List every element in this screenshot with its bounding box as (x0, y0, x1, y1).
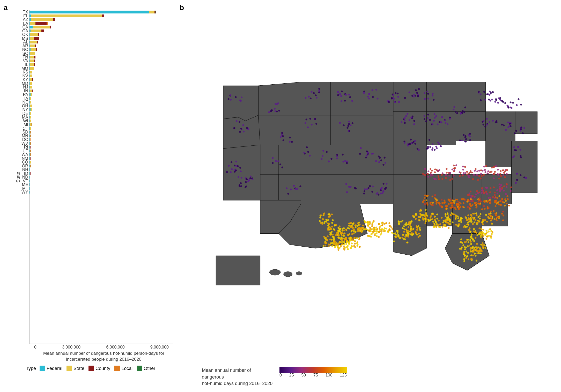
svg-point-515 (493, 177, 495, 179)
svg-point-445 (446, 172, 448, 174)
svg-point-418 (432, 174, 433, 176)
svg-point-188 (364, 190, 365, 192)
bar-row-nm (29, 157, 173, 160)
svg-point-214 (397, 96, 399, 98)
svg-point-981 (473, 228, 475, 230)
svg-point-1432 (368, 230, 370, 232)
svg-point-69 (289, 141, 291, 143)
svg-point-898 (475, 219, 476, 221)
svg-point-96 (322, 155, 323, 157)
svg-point-1129 (403, 225, 405, 227)
svg-point-1052 (473, 247, 475, 249)
bar-segment-county (32, 108, 32, 111)
svg-point-1028 (462, 244, 464, 246)
svg-point-610 (432, 202, 434, 204)
svg-point-1445 (384, 230, 386, 232)
svg-point-1571 (358, 238, 360, 240)
svg-point-1373 (371, 223, 373, 225)
svg-point-472 (477, 179, 479, 181)
svg-point-1265 (330, 228, 332, 230)
panel-a: a State TXFLAZLACAGAOKMSALARNCSCTNVAILMO… (0, 0, 176, 392)
svg-point-179 (363, 193, 365, 194)
svg-point-156 (350, 124, 351, 126)
svg-point-904 (475, 212, 477, 214)
svg-point-1267 (327, 228, 329, 230)
bar-row-or (29, 164, 173, 168)
svg-point-529 (510, 186, 512, 188)
chart-area: State TXFLAZLACAGAOKMSALARNCSCTNVAILMOKS… (16, 10, 173, 344)
svg-point-654 (461, 198, 463, 200)
svg-point-545 (501, 187, 503, 189)
bar-segment-county (34, 56, 35, 58)
svg-point-369 (486, 118, 488, 120)
svg-point-514 (498, 178, 500, 180)
svg-point-234 (424, 92, 425, 94)
svg-point-67 (291, 141, 293, 143)
svg-point-245 (413, 120, 415, 122)
y-label-de: DE (21, 112, 28, 115)
svg-point-661 (452, 200, 454, 202)
svg-point-596 (426, 199, 427, 201)
svg-point-800 (426, 214, 427, 216)
svg-point-107 (350, 186, 352, 188)
svg-point-419 (422, 173, 424, 175)
svg-point-1312 (340, 236, 342, 238)
bar-segment-county (32, 86, 32, 88)
svg-point-747 (495, 200, 497, 202)
svg-point-652 (458, 207, 460, 209)
svg-point-905 (471, 215, 473, 217)
svg-point-112 (318, 90, 320, 92)
svg-point-341 (486, 93, 488, 95)
svg-point-374 (482, 121, 483, 123)
svg-point-140 (372, 96, 374, 98)
svg-point-114 (310, 98, 312, 99)
svg-point-470 (454, 167, 456, 169)
svg-point-450 (449, 172, 451, 174)
svg-point-865 (445, 215, 446, 217)
svg-point-702 (484, 200, 485, 202)
svg-point-333 (480, 99, 482, 101)
svg-point-608 (424, 195, 426, 196)
bar-row-al (29, 40, 173, 44)
svg-point-221 (417, 95, 419, 97)
bar-row-ny (29, 108, 173, 111)
svg-point-136 (377, 98, 378, 99)
svg-point-377 (505, 129, 507, 131)
svg-point-1342 (350, 222, 352, 224)
bar-row-ga (29, 29, 173, 33)
svg-point-562 (490, 187, 491, 189)
map-container: Mean annual number of dangerous hot-humi… (186, 5, 556, 387)
svg-point-1142 (408, 221, 410, 223)
svg-point-1214 (320, 222, 322, 224)
svg-point-556 (486, 193, 488, 195)
state-or (223, 115, 260, 149)
colorbar-tick-1: 25 (289, 373, 294, 378)
svg-point-170 (366, 150, 368, 152)
bar-segment-county (30, 168, 30, 171)
svg-point-74 (279, 164, 281, 165)
svg-point-771 (418, 216, 420, 218)
svg-point-1429 (376, 235, 378, 237)
state-nj-md (486, 141, 515, 167)
svg-point-1297 (343, 235, 345, 237)
svg-point-1047 (469, 239, 471, 241)
svg-point-352 (499, 99, 501, 100)
svg-point-891 (466, 224, 468, 225)
y-label-ri: RI (21, 145, 28, 149)
svg-point-1295 (342, 228, 343, 230)
svg-point-480 (468, 175, 470, 176)
svg-point-1377 (365, 228, 367, 230)
x-tick-1: 3,000,000 (62, 345, 80, 350)
svg-point-945 (484, 219, 486, 221)
bar-row-pa (29, 93, 173, 96)
svg-point-601 (436, 199, 438, 201)
y-label-sc: SC (21, 52, 28, 55)
svg-point-1146 (419, 227, 420, 229)
bar-row-sd (29, 130, 173, 134)
svg-point-45 (249, 177, 251, 179)
svg-point-1538 (341, 243, 343, 245)
svg-point-471 (462, 175, 464, 176)
svg-point-334 (490, 100, 491, 101)
svg-point-357 (507, 106, 509, 107)
svg-point-169 (359, 153, 361, 155)
